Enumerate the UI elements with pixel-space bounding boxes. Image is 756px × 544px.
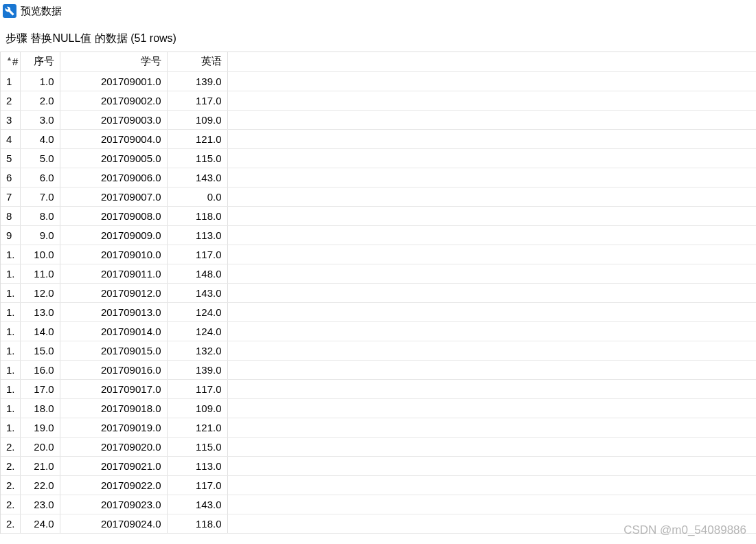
cell-id[interactable]: 201709022.0 — [60, 475, 167, 495]
cell-en[interactable]: 117.0 — [167, 245, 227, 264]
cell-id[interactable]: 201709003.0 — [60, 110, 167, 129]
cell-seq[interactable]: 16.0 — [20, 360, 60, 379]
table-row[interactable]: 33.0201709003.0109.0 — [1, 110, 756, 129]
col-header-index[interactable]: ▲# — [1, 52, 20, 71]
cell-seq[interactable]: 4.0 — [20, 129, 60, 148]
cell-seq[interactable]: 21.0 — [20, 456, 60, 475]
col-header-en[interactable]: 英语 — [167, 52, 227, 71]
cell-id[interactable]: 201709023.0 — [60, 495, 167, 514]
cell-seq[interactable]: 15.0 — [20, 341, 60, 360]
table-row[interactable]: 1.10.0201709010.0117.0 — [1, 245, 756, 264]
cell-id[interactable]: 201709021.0 — [60, 456, 167, 475]
cell-en[interactable]: 117.0 — [167, 379, 227, 398]
cell-index[interactable]: 2. — [1, 456, 20, 475]
cell-seq[interactable]: 23.0 — [20, 495, 60, 514]
data-table[interactable]: ▲# 序号 学号 英语 11.0201709001.0139.022.02017… — [1, 52, 756, 534]
cell-en[interactable]: 121.0 — [167, 418, 227, 437]
cell-id[interactable]: 201709007.0 — [60, 187, 167, 206]
cell-index[interactable]: 1. — [1, 302, 20, 321]
cell-index[interactable]: 5 — [1, 148, 20, 168]
table-row[interactable]: 1.19.0201709019.0121.0 — [1, 418, 756, 437]
table-row[interactable]: 2.21.0201709021.0113.0 — [1, 456, 756, 475]
cell-en[interactable]: 113.0 — [167, 225, 227, 245]
cell-index[interactable]: 1. — [1, 360, 20, 379]
cell-id[interactable]: 201709012.0 — [60, 283, 167, 302]
table-row[interactable]: 22.0201709002.0117.0 — [1, 91, 756, 110]
cell-index[interactable]: 1. — [1, 264, 20, 283]
cell-en[interactable]: 118.0 — [167, 514, 227, 533]
cell-id[interactable]: 201709019.0 — [60, 418, 167, 437]
col-header-id[interactable]: 学号 — [60, 52, 167, 71]
table-row[interactable]: 1.15.0201709015.0132.0 — [1, 341, 756, 360]
cell-index[interactable]: 7 — [1, 187, 20, 206]
cell-id[interactable]: 201709011.0 — [60, 264, 167, 283]
cell-en[interactable]: 121.0 — [167, 129, 227, 148]
table-row[interactable]: 2.24.0201709024.0118.0 — [1, 514, 756, 533]
cell-seq[interactable]: 22.0 — [20, 475, 60, 495]
table-row[interactable]: 55.0201709005.0115.0 — [1, 148, 756, 168]
cell-index[interactable]: 1. — [1, 379, 20, 398]
cell-en[interactable]: 113.0 — [167, 456, 227, 475]
table-row[interactable]: 77.0201709007.00.0 — [1, 187, 756, 206]
cell-seq[interactable]: 11.0 — [20, 264, 60, 283]
cell-seq[interactable]: 18.0 — [20, 398, 60, 418]
cell-seq[interactable]: 3.0 — [20, 110, 60, 129]
cell-en[interactable]: 118.0 — [167, 206, 227, 225]
cell-index[interactable]: 6 — [1, 168, 20, 187]
cell-index[interactable]: 1 — [1, 71, 20, 91]
cell-seq[interactable]: 5.0 — [20, 148, 60, 168]
cell-seq[interactable]: 6.0 — [20, 168, 60, 187]
cell-id[interactable]: 201709009.0 — [60, 225, 167, 245]
cell-en[interactable]: 115.0 — [167, 148, 227, 168]
cell-en[interactable]: 143.0 — [167, 283, 227, 302]
cell-index[interactable]: 1. — [1, 245, 20, 264]
cell-index[interactable]: 2. — [1, 495, 20, 514]
cell-id[interactable]: 201709014.0 — [60, 321, 167, 341]
table-row[interactable]: 88.0201709008.0118.0 — [1, 206, 756, 225]
cell-en[interactable]: 148.0 — [167, 264, 227, 283]
cell-id[interactable]: 201709016.0 — [60, 360, 167, 379]
cell-en[interactable]: 117.0 — [167, 91, 227, 110]
table-row[interactable]: 1.16.0201709016.0139.0 — [1, 360, 756, 379]
cell-index[interactable]: 2. — [1, 437, 20, 456]
cell-id[interactable]: 201709013.0 — [60, 302, 167, 321]
cell-index[interactable]: 2. — [1, 475, 20, 495]
cell-en[interactable]: 124.0 — [167, 321, 227, 341]
cell-en[interactable]: 132.0 — [167, 341, 227, 360]
table-row[interactable]: 2.20.0201709020.0115.0 — [1, 437, 756, 456]
cell-id[interactable]: 201709005.0 — [60, 148, 167, 168]
cell-seq[interactable]: 17.0 — [20, 379, 60, 398]
col-header-seq[interactable]: 序号 — [20, 52, 60, 71]
cell-id[interactable]: 201709018.0 — [60, 398, 167, 418]
cell-seq[interactable]: 10.0 — [20, 245, 60, 264]
cell-index[interactable]: 8 — [1, 206, 20, 225]
cell-id[interactable]: 201709017.0 — [60, 379, 167, 398]
cell-seq[interactable]: 13.0 — [20, 302, 60, 321]
cell-index[interactable]: 3 — [1, 110, 20, 129]
cell-index[interactable]: 4 — [1, 129, 20, 148]
cell-en[interactable]: 109.0 — [167, 398, 227, 418]
cell-index[interactable]: 1. — [1, 341, 20, 360]
table-row[interactable]: 1.11.0201709011.0148.0 — [1, 264, 756, 283]
cell-seq[interactable]: 8.0 — [20, 206, 60, 225]
cell-id[interactable]: 201709020.0 — [60, 437, 167, 456]
cell-en[interactable]: 117.0 — [167, 475, 227, 495]
cell-seq[interactable]: 7.0 — [20, 187, 60, 206]
table-row[interactable]: 44.0201709004.0121.0 — [1, 129, 756, 148]
cell-id[interactable]: 201709001.0 — [60, 71, 167, 91]
table-row[interactable]: 66.0201709006.0143.0 — [1, 168, 756, 187]
cell-id[interactable]: 201709008.0 — [60, 206, 167, 225]
cell-en[interactable]: 143.0 — [167, 495, 227, 514]
table-row[interactable]: 1.13.0201709013.0124.0 — [1, 302, 756, 321]
cell-en[interactable]: 139.0 — [167, 360, 227, 379]
cell-id[interactable]: 201709006.0 — [60, 168, 167, 187]
cell-seq[interactable]: 1.0 — [20, 71, 60, 91]
cell-en[interactable]: 115.0 — [167, 437, 227, 456]
cell-seq[interactable]: 14.0 — [20, 321, 60, 341]
cell-seq[interactable]: 20.0 — [20, 437, 60, 456]
cell-id[interactable]: 201709004.0 — [60, 129, 167, 148]
cell-en[interactable]: 124.0 — [167, 302, 227, 321]
cell-id[interactable]: 201709002.0 — [60, 91, 167, 110]
table-row[interactable]: 1.12.0201709012.0143.0 — [1, 283, 756, 302]
cell-en[interactable]: 0.0 — [167, 187, 227, 206]
